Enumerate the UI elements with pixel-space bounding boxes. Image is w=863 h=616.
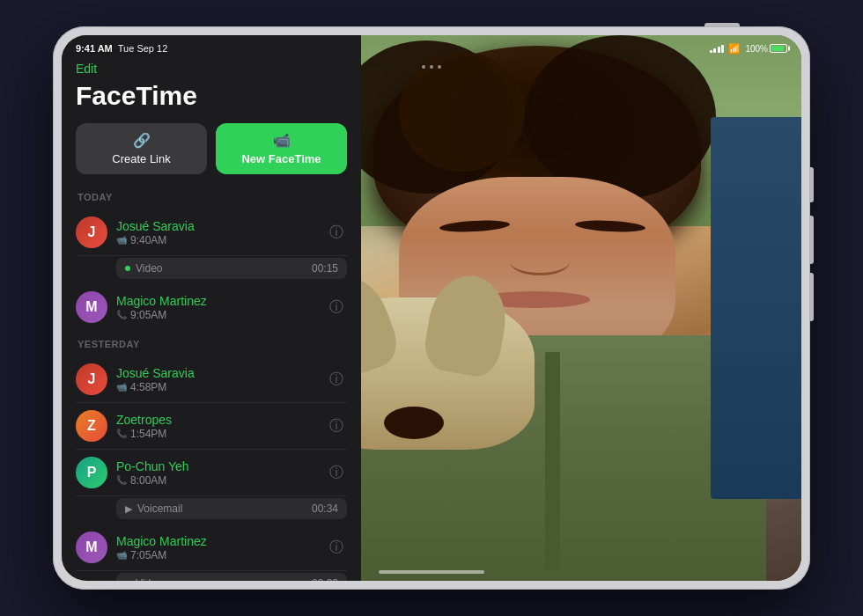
avatar-josue-yesterday: J xyxy=(76,363,107,395)
avatar-pochun: P xyxy=(76,457,107,488)
status-bar: 9:41 AM Tue Sep 12 📶 100% xyxy=(62,35,801,62)
call-info-magico-today: Magico Martinez 📞 9:05AM xyxy=(116,294,326,321)
battery-percent: 100% xyxy=(745,44,768,54)
info-button-magico-yesterday[interactable]: ⓘ xyxy=(326,535,347,561)
info-button-magico-today[interactable]: ⓘ xyxy=(326,295,347,320)
status-bar-left: 9:41 AM Tue Sep 12 xyxy=(76,43,167,54)
video-pill-josue-today[interactable]: Video 00:15 xyxy=(116,258,347,279)
wifi-icon: 📶 xyxy=(728,43,741,55)
call-detail-pochun: 📞 8:00AM xyxy=(116,474,326,487)
call-list-yesterday: J Josué Saravia 📹 4:58PM ⓘ xyxy=(76,356,347,581)
avatar-magico-yesterday: M xyxy=(76,532,107,563)
panel-dot xyxy=(430,65,433,69)
call-name-josue-today: Josué Saravia xyxy=(116,219,326,233)
pill-left: Video xyxy=(125,262,162,275)
pill-left-pochun: ▶ Voicemail xyxy=(125,502,182,515)
phone-icon-magico-today: 📞 xyxy=(116,310,127,319)
power-button[interactable] xyxy=(704,23,740,26)
call-detail-magico-yesterday: 📹 7:05AM xyxy=(116,549,326,561)
call-info-josue-today: Josué Saravia 📹 9:40AM xyxy=(116,219,326,246)
home-indicator xyxy=(379,570,484,574)
section-today-label: TODAY xyxy=(76,192,347,202)
video-dot xyxy=(125,266,130,271)
create-link-button[interactable]: 🔗 Create Link xyxy=(76,123,207,174)
signal-bars xyxy=(710,44,725,53)
video-icon-josue-today: 📹 xyxy=(116,235,127,245)
status-date: Tue Sep 12 xyxy=(118,43,167,54)
call-info-magico-yesterday: Magico Martinez 📹 7:05AM xyxy=(116,534,326,561)
call-detail-zoetropes: 📞 1:54PM xyxy=(116,428,326,440)
call-item-pochun[interactable]: P Po-Chun Yeh 📞 8:00AM ⓘ xyxy=(76,450,347,496)
avatar-letter: M xyxy=(85,299,97,315)
avatar-magico-today: M xyxy=(76,291,107,323)
top-panel-dots xyxy=(422,65,441,69)
call-detail-josue-yesterday: 📹 4:58PM xyxy=(116,381,326,393)
panel-dot xyxy=(438,65,441,69)
info-button-josue-today[interactable]: ⓘ xyxy=(326,220,347,246)
call-detail-magico-today: 📞 9:05AM xyxy=(116,309,326,321)
ipad-frame: 9:41 AM Tue Sep 12 📶 100% xyxy=(53,26,810,590)
avatar-letter: M xyxy=(85,539,97,555)
call-info-zoetropes: Zoetropes 📞 1:54PM xyxy=(116,413,326,440)
call-time-josue-today: 9:40AM xyxy=(130,234,166,246)
voicemail-label: Voicemail xyxy=(137,502,182,515)
video-camera-icon: 📹 xyxy=(273,132,291,149)
call-item-magico-yesterday[interactable]: M Magico Martinez 📹 7:05AM ⓘ xyxy=(76,524,347,571)
pill-left-magico: Video xyxy=(125,577,162,581)
avatar-letter: J xyxy=(88,371,96,387)
voicemail-pill-pochun[interactable]: ▶ Voicemail 00:34 xyxy=(116,498,347,519)
avatar-zoetropes: Z xyxy=(76,410,107,442)
signal-bar-3 xyxy=(718,47,720,53)
status-bar-right: 📶 100% xyxy=(710,43,787,55)
video-icon-magico-yesterday: 📹 xyxy=(116,550,127,560)
call-item-magico-today[interactable]: M Magico Martinez 📞 9:05AM ⓘ xyxy=(76,284,347,330)
battery-fill xyxy=(771,46,784,51)
call-name-magico-today: Magico Martinez xyxy=(116,294,326,308)
call-detail-josue-today: 📹 9:40AM xyxy=(116,234,326,246)
battery-icon xyxy=(770,44,787,53)
call-time-magico-today: 9:05AM xyxy=(130,309,166,321)
call-info-pochun: Po-Chun Yeh 📞 8:00AM xyxy=(116,459,326,487)
pill-label: Video xyxy=(136,262,162,275)
call-time-pochun: 8:00AM xyxy=(130,474,166,487)
call-item-josue-yesterday[interactable]: J Josué Saravia 📹 4:58PM ⓘ xyxy=(76,356,347,403)
mute-button[interactable] xyxy=(810,273,814,321)
call-name-magico-yesterday: Magico Martinez xyxy=(116,534,326,548)
status-time: 9:41 AM xyxy=(76,43,113,54)
sidebar-content: Edit FaceTime 🔗 Create Link 📹 New FaceTi… xyxy=(62,35,361,581)
signal-bar-1 xyxy=(710,50,712,53)
call-name-josue-yesterday: Josué Saravia xyxy=(116,366,326,380)
call-list-today: J Josué Saravia 📹 9:40AM ⓘ xyxy=(76,209,347,330)
video-pill-magico-yesterday[interactable]: Video 00:23 xyxy=(116,573,347,581)
volume-up-button[interactable] xyxy=(810,167,814,202)
voicemail-duration: 00:34 xyxy=(312,502,338,515)
action-buttons: 🔗 Create Link 📹 New FaceTime xyxy=(76,123,347,174)
call-time-magico-yesterday: 7:05AM xyxy=(130,549,166,561)
avatar-letter: P xyxy=(87,465,97,480)
phone-icon-pochun: 📞 xyxy=(116,475,127,485)
volume-down-button[interactable] xyxy=(810,216,814,264)
panel-dot xyxy=(422,65,425,69)
signal-bar-2 xyxy=(713,48,716,53)
new-facetime-label: New FaceTime xyxy=(241,152,321,165)
video-label-magico: Video xyxy=(136,577,162,581)
new-facetime-button[interactable]: 📹 New FaceTime xyxy=(216,123,347,174)
info-button-pochun[interactable]: ⓘ xyxy=(326,460,347,486)
play-icon: ▶ xyxy=(125,503,132,515)
phone-icon-zoetropes: 📞 xyxy=(116,429,127,438)
call-time-zoetropes: 1:54PM xyxy=(130,428,166,440)
signal-bar-4 xyxy=(721,45,724,53)
call-name-zoetropes: Zoetropes xyxy=(116,413,326,427)
avatar-letter: J xyxy=(88,224,96,240)
call-info-josue-yesterday: Josué Saravia 📹 4:58PM xyxy=(116,366,326,393)
call-item-josue-today[interactable]: J Josué Saravia 📹 9:40AM ⓘ xyxy=(76,209,347,256)
facetime-title: FaceTime xyxy=(76,81,347,111)
create-link-label: Create Link xyxy=(112,152,170,165)
info-button-zoetropes[interactable]: ⓘ xyxy=(326,414,347,439)
video-duration-magico: 00:23 xyxy=(312,577,338,581)
info-button-josue-yesterday[interactable]: ⓘ xyxy=(326,367,347,392)
pill-duration: 00:15 xyxy=(312,262,338,275)
call-name-pochun: Po-Chun Yeh xyxy=(116,459,326,473)
call-item-zoetropes[interactable]: Z Zoetropes 📞 1:54PM ⓘ xyxy=(76,403,347,450)
edit-button[interactable]: Edit xyxy=(76,62,347,76)
